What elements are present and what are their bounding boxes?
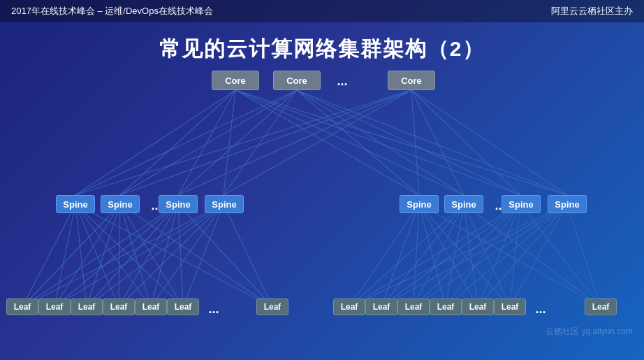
left-spine-2: Spine: [101, 195, 140, 213]
header-left-text: 2017年在线技术峰会 – 运维/DevOps在线技术峰会: [11, 5, 213, 17]
left-leaf-1: Leaf: [6, 298, 38, 315]
svg-line-79: [567, 204, 601, 307]
left-leaf-7: Leaf: [256, 298, 288, 315]
svg-line-61: [414, 204, 464, 307]
header-right-text: 阿里云云栖社区主办: [551, 5, 633, 17]
svg-line-18: [297, 90, 520, 195]
svg-line-49: [151, 204, 224, 307]
right-leaf-5: Leaf: [462, 298, 494, 315]
svg-line-13: [235, 90, 464, 195]
svg-line-44: [178, 204, 272, 307]
svg-line-74: [381, 204, 567, 307]
svg-line-59: [349, 204, 464, 307]
svg-line-20: [411, 90, 419, 195]
svg-line-51: [224, 204, 272, 307]
svg-line-77: [478, 204, 567, 307]
slide: 2017年在线技术峰会 – 运维/DevOps在线技术峰会 阿里云云栖社区主办 …: [0, 0, 644, 360]
left-leaf-6: Leaf: [167, 298, 199, 315]
right-spine-4: Spine: [548, 195, 587, 213]
right-leaf-6: Leaf: [494, 298, 526, 315]
svg-line-25: [54, 204, 75, 307]
svg-line-45: [22, 204, 224, 307]
svg-line-14: [235, 90, 520, 195]
svg-line-37: [120, 204, 272, 307]
svg-line-12: [235, 90, 419, 195]
svg-line-41: [119, 204, 178, 307]
svg-line-21: [411, 90, 464, 195]
svg-line-22: [411, 90, 520, 195]
left-leaf-dots: ...: [203, 300, 224, 318]
svg-line-34: [119, 204, 120, 307]
core-node-2: Core: [273, 71, 321, 90]
core-dots: ...: [332, 72, 353, 90]
svg-line-76: [446, 204, 567, 307]
svg-line-67: [381, 204, 520, 307]
svg-line-23: [411, 90, 567, 195]
svg-line-73: [349, 204, 567, 307]
svg-line-48: [119, 204, 224, 307]
left-spine-1: Spine: [56, 195, 95, 213]
svg-line-43: [178, 204, 183, 307]
svg-line-1: [120, 90, 235, 195]
core-node-1: Core: [212, 71, 259, 90]
svg-line-66: [349, 204, 520, 307]
header-bar: 2017年在线技术峰会 – 运维/DevOps在线技术峰会 阿里云云栖社区主办: [0, 0, 644, 22]
svg-line-75: [414, 204, 567, 307]
svg-line-46: [54, 204, 224, 307]
svg-line-39: [54, 204, 178, 307]
svg-line-35: [120, 204, 151, 307]
svg-line-53: [381, 204, 419, 307]
left-leaf-5: Leaf: [135, 298, 167, 315]
svg-line-19: [297, 90, 567, 195]
left-leaf-3: Leaf: [71, 298, 103, 315]
left-spine-3: Spine: [159, 195, 198, 213]
svg-line-9: [120, 90, 411, 195]
main-title: 常见的云计算网络集群架构（2）: [0, 35, 644, 64]
svg-line-17: [297, 90, 464, 195]
right-spine-3: Spine: [502, 195, 541, 213]
svg-line-8: [75, 90, 411, 195]
svg-line-68: [414, 204, 520, 307]
svg-line-27: [75, 204, 119, 307]
svg-line-26: [75, 204, 87, 307]
right-leaf-dots: ...: [530, 300, 551, 318]
svg-line-0: [75, 90, 235, 195]
left-leaf-2: Leaf: [38, 298, 71, 315]
left-leaf-4: Leaf: [103, 298, 135, 315]
svg-line-10: [178, 90, 411, 195]
core-node-3: Core: [388, 71, 435, 90]
left-spine-4: Spine: [205, 195, 244, 213]
right-spine-1: Spine: [400, 195, 439, 213]
svg-line-54: [414, 204, 419, 307]
right-leaf-2: Leaf: [365, 298, 397, 315]
svg-line-32: [54, 204, 120, 307]
svg-line-3: [224, 90, 235, 195]
svg-line-31: [22, 204, 120, 307]
right-leaf-7: Leaf: [585, 298, 617, 315]
svg-line-24: [22, 204, 75, 307]
right-leaf-3: Leaf: [397, 298, 430, 315]
svg-line-11: [224, 90, 411, 195]
watermark: 云栖社区 yq.aliyun.com: [546, 326, 633, 338]
right-spine-2: Spine: [444, 195, 483, 213]
right-leaf-1: Leaf: [333, 298, 365, 315]
diagram-area: .line { stroke: #3a6bbf; stroke-width: 1…: [0, 71, 644, 343]
right-leaf-4: Leaf: [430, 298, 462, 315]
